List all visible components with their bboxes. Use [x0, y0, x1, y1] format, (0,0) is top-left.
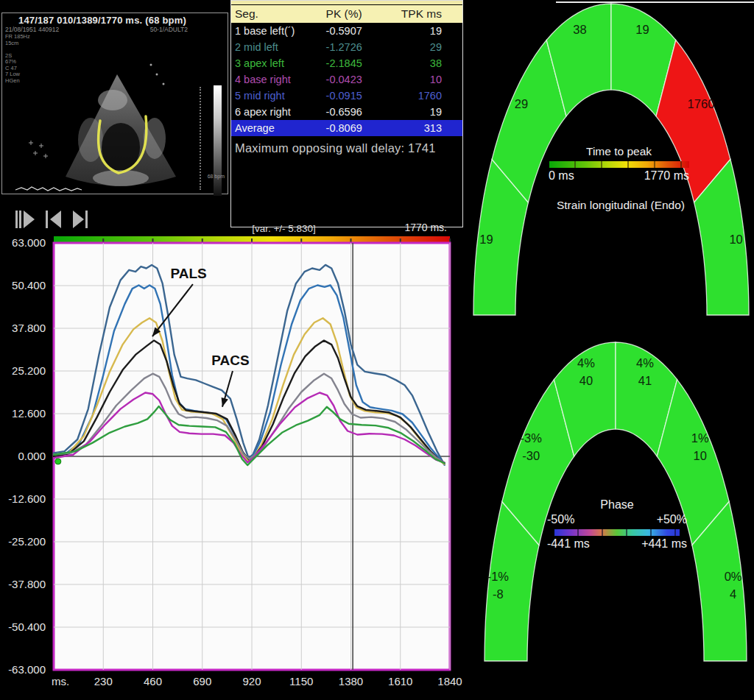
segment-pk: -2.1845: [326, 57, 395, 69]
y-tick-label: -25.200: [0, 535, 46, 548]
segment-name: 1 base left(´): [235, 25, 326, 37]
segment-value: 4: [730, 587, 736, 601]
x-tick-label: 1150: [281, 675, 322, 687]
annotation-label: PACS: [211, 353, 249, 369]
grayscale-bar: [214, 85, 222, 196]
segment-value: 19: [635, 23, 649, 36]
average-tpk: 313: [394, 122, 462, 134]
segment-value: 0%: [725, 570, 742, 583]
ttp-scale-min: 0 ms: [549, 169, 574, 183]
y-tick-label: 0.000: [0, 450, 46, 462]
segment-value: 4%: [636, 356, 654, 370]
strain-chart-area: [var. +/- 5.830] 1770 ms. Strain longitu…: [0, 206, 471, 700]
x-tick-label: 1840: [429, 675, 471, 687]
segment-name: 2 mid left: [235, 41, 326, 53]
phase-scale-max-ms: +441 ms: [641, 537, 687, 551]
segment-name: 3 apex left: [235, 57, 326, 69]
segment-tpk: 38: [394, 57, 462, 69]
x-tick-label: 230: [82, 675, 124, 687]
segment-tpk: 19: [394, 106, 462, 118]
segment-name: 5 mid right: [235, 90, 326, 102]
y-tick-label: -50.400: [0, 621, 46, 633]
segment-value: -30: [522, 449, 540, 462]
average-row: Average -0.8069 313: [231, 120, 462, 136]
sector-image: [15, 64, 176, 191]
x-tick-label: 1380: [331, 675, 372, 687]
segment-table-panel: Seg. PK (%) TPK ms 1 base left(´)-0.5907…: [230, 0, 463, 227]
probe-preset: 50-1/ADULT2: [150, 26, 188, 33]
phase-color-scale: [554, 529, 680, 536]
echo-strain-workstation: { "us_panel": { "header": "147/187 010/1…: [0, 0, 754, 700]
segment-row[interactable]: 1 base left(´)-0.590719: [231, 23, 462, 39]
segment-row[interactable]: 3 apex left-2.184538: [231, 55, 462, 71]
phase-scale-min: -50%: [547, 513, 574, 526]
time-to-peak-legend: Time to peak 0 ms 1770 ms: [540, 145, 698, 183]
phase-scale-max: +50%: [657, 513, 687, 526]
ttp-color-scale: [549, 161, 689, 168]
segment-pk: -0.6596: [326, 106, 395, 118]
y-tick-label: -12.600: [0, 492, 46, 505]
segment-row[interactable]: 2 mid left-1.272629: [231, 39, 462, 55]
y-tick-label: -37.800: [0, 578, 46, 590]
segment-value: 38: [573, 23, 586, 36]
frame-time-readout: 147/187 010/1389/1770 ms. (68 bpm): [18, 15, 228, 26]
caliper-marks: [29, 141, 48, 158]
ttp-map-subtitle: Strain longitudinal (Endo): [514, 199, 727, 212]
phase-scale-min-ms: -441 ms: [547, 537, 590, 551]
y-tick-label: -63.000: [0, 663, 46, 676]
y-tick-label: 50.400: [0, 279, 46, 291]
phase-legend: Phase -50% +50% -441 ms +441 ms: [547, 498, 687, 551]
segment-value: -3%: [521, 431, 543, 445]
average-pk: -0.8069: [326, 122, 395, 134]
segment-row[interactable]: 6 apex right-0.659619: [231, 104, 462, 120]
segment-row[interactable]: 5 mid right-0.09151760: [231, 88, 462, 104]
segment-tpk: 10: [394, 74, 462, 85]
x-tick-label: 1610: [380, 675, 421, 687]
segment-tpk: 29: [394, 41, 462, 53]
col-tpk: TPK ms: [394, 7, 462, 21]
phase-legend-title: Phase: [547, 498, 687, 512]
segment-pk: -0.0423: [326, 74, 395, 85]
bullseye-maps: 19293819176010 -1%-8-3%-304%404%411%100%…: [465, 0, 754, 700]
y-tick-label: 63.000: [0, 236, 46, 249]
x-tick-label: 920: [231, 675, 272, 687]
segment-value: 4%: [577, 356, 595, 370]
strain-plot[interactable]: [0, 206, 471, 700]
ttp-scale-max: 1770 ms: [644, 169, 689, 183]
segment-name: 6 apex right: [235, 106, 326, 118]
annotation-label: PALS: [170, 266, 206, 282]
segment-tpk: 1760: [394, 90, 462, 102]
ecg-trace: [15, 187, 82, 191]
heart-rate-label: 68 bpm: [188, 174, 225, 179]
col-pk: PK (%): [326, 7, 395, 21]
patient-id: 21/08/1951 440912: [5, 26, 59, 33]
segment-row[interactable]: 4 base right-0.042310: [231, 71, 462, 88]
segment-value: 40: [579, 374, 593, 387]
average-label: Average: [235, 122, 326, 134]
segment-value: 19: [479, 233, 493, 246]
segment-value: 1%: [691, 431, 709, 445]
patient-info-row: 21/08/1951 440912 50-1/ADULT2: [5, 26, 188, 33]
y-tick-label: 37.800: [0, 322, 46, 334]
y-tick-label: 12.600: [0, 407, 46, 420]
segment-pk: -0.5907: [326, 25, 395, 37]
segment-value: 29: [515, 97, 528, 110]
segment-value: 10: [694, 449, 707, 462]
segment-value: -8: [493, 587, 504, 601]
table-header-row: Seg. PK (%) TPK ms: [231, 5, 462, 23]
segment-value: 1760: [688, 97, 715, 110]
segment-pk: -1.2726: [326, 41, 395, 53]
ultrasound-panel: 147/187 010/1389/1770 ms. (68 bpm) 21/08…: [1, 13, 228, 194]
segment-name: 4 base right: [235, 74, 326, 85]
wall-delay-note: Maximum opposing wall delay: 1741: [231, 136, 462, 155]
segment-tpk: 19: [394, 25, 462, 37]
segment-value: -1%: [487, 570, 510, 583]
segment-value: 10: [729, 233, 742, 246]
segment-pk: -0.0915: [326, 90, 395, 102]
col-seg: Seg.: [235, 7, 326, 21]
y-tick-label: 25.200: [0, 364, 46, 377]
segment-value: 41: [638, 374, 652, 387]
ttp-legend-title: Time to peak: [540, 145, 698, 158]
x-tick-label: 690: [182, 675, 223, 687]
ultrasound-image: [2, 34, 228, 194]
